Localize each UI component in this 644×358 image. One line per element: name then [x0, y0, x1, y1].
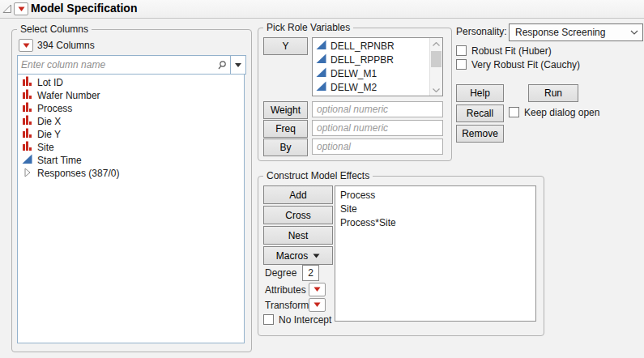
continuous-column-icon [316, 53, 326, 66]
cross-button[interactable]: Cross [263, 206, 333, 224]
weight-input[interactable] [313, 102, 442, 117]
column-search-input[interactable] [18, 59, 214, 70]
columns-red-triangle-button[interactable] [19, 39, 33, 52]
continuous-column-icon [316, 67, 326, 80]
y-variables-list: DELL_RPNBR DELL_RPPBR DELW_M1 DELW_M2 [312, 37, 443, 96]
help-button[interactable]: Help [456, 84, 504, 102]
dropdown-triangle-icon [313, 254, 320, 258]
select-columns-legend: Select Columns [17, 23, 92, 35]
outline-title-bar: Model Specification [0, 0, 644, 19]
outline-disclosure-icon[interactable] [2, 4, 12, 14]
pick-role-variables-legend: Pick Role Variables [263, 22, 353, 33]
column-list-item[interactable]: Start Time [18, 154, 244, 167]
no-intercept-label: No Intercept [279, 314, 331, 326]
personality-dropdown[interactable]: Response Screening [509, 23, 643, 41]
effect-item[interactable]: Process [335, 188, 535, 202]
continuous-column-icon [316, 40, 326, 53]
personality-value: Response Screening [510, 27, 626, 38]
y-list-item[interactable]: DELW_M1 [313, 66, 442, 80]
degree-input[interactable]: 2 [302, 265, 319, 281]
y-list-item[interactable]: DELL_RPNBR [313, 39, 442, 53]
pick-role-variables-panel: Pick Role Variables Y DELL_RPNBR DELL_RP… [258, 28, 452, 161]
transform-label: Transform [265, 300, 309, 311]
continuous-column-icon [316, 81, 326, 94]
column-search-box [17, 55, 246, 75]
chevron-down-icon [235, 63, 241, 67]
robust-fit-label: Robust Fit (Huber) [471, 45, 552, 57]
freq-role-button[interactable]: Freq [263, 120, 308, 138]
model-effects-list: Process Site Process*Site [335, 185, 536, 322]
nominal-column-icon [22, 115, 32, 128]
column-list-item[interactable]: Lot ID [18, 76, 244, 89]
page-title: Model Specification [31, 2, 137, 15]
construct-model-effects-panel: Construct Model Effects Add Cross Nest M… [258, 176, 544, 336]
nominal-column-icon [22, 89, 32, 102]
nominal-column-icon [22, 128, 32, 141]
select-columns-panel: Select Columns 394 Columns Lot ID Wafer … [11, 29, 252, 352]
attributes-red-triangle-button[interactable] [309, 283, 326, 296]
model-specification-dialog: { "header": { "title": "Model Specificat… [0, 0, 644, 358]
scroll-up-icon[interactable] [430, 38, 442, 49]
scrollbar-thumb[interactable] [431, 51, 441, 67]
disclosure-triangle-icon[interactable] [22, 167, 32, 180]
nominal-column-icon [22, 102, 32, 115]
recall-button[interactable]: Recall [456, 104, 504, 122]
by-field-box [312, 139, 443, 155]
y-list-scrollbar[interactable] [429, 38, 442, 96]
weight-role-button[interactable]: Weight [263, 101, 308, 119]
effect-item[interactable]: Process*Site [335, 215, 535, 229]
freq-field-box [312, 120, 443, 136]
column-list-item[interactable]: Die Y [18, 128, 244, 141]
column-list-item[interactable]: Die X [18, 115, 244, 128]
very-robust-fit-checkbox[interactable] [456, 59, 467, 70]
column-list-item[interactable]: Wafer Number [18, 89, 244, 102]
very-robust-fit-label: Very Robust Fit (Cauchy) [471, 59, 580, 70]
freq-input[interactable] [313, 121, 442, 135]
column-list-item[interactable]: Responses (387/0) [18, 167, 244, 180]
y-list-item[interactable]: DELW_M2 [313, 80, 442, 94]
nominal-column-icon [22, 76, 32, 89]
column-list-item[interactable]: Process [18, 102, 244, 115]
add-button[interactable]: Add [263, 185, 333, 204]
column-list: Lot ID Wafer Number Process Die X Die Y … [17, 74, 245, 343]
red-triangle-icon [23, 43, 30, 49]
degree-label: Degree [265, 267, 296, 279]
keep-dialog-open-label: Keep dialog open [524, 107, 599, 118]
search-icon[interactable] [214, 60, 230, 70]
columns-count-label: 394 Columns [37, 40, 95, 51]
attributes-label: Attributes [265, 284, 306, 296]
column-list-item[interactable]: Site [18, 141, 244, 154]
weight-field-box [312, 101, 443, 117]
nest-button[interactable]: Nest [263, 226, 333, 245]
transform-red-triangle-button[interactable] [309, 298, 326, 312]
chevron-down-icon [626, 30, 642, 35]
red-triangle-icon [18, 6, 25, 12]
y-role-button[interactable]: Y [263, 37, 308, 55]
by-role-button[interactable]: By [263, 139, 308, 156]
red-triangle-icon [313, 302, 321, 308]
red-triangle-menu-button[interactable] [14, 2, 28, 15]
construct-model-effects-legend: Construct Model Effects [263, 170, 373, 181]
keep-dialog-open-checkbox[interactable] [509, 107, 519, 117]
remove-button[interactable]: Remove [456, 125, 504, 143]
red-triangle-icon [313, 287, 321, 292]
run-button[interactable]: Run [528, 84, 578, 102]
search-options-dropdown[interactable] [230, 56, 245, 74]
nominal-column-icon [22, 141, 32, 154]
y-list-item[interactable]: DELL_RPPBR [313, 53, 442, 66]
effect-item[interactable]: Site [335, 202, 535, 215]
continuous-column-icon [22, 154, 32, 167]
macros-button[interactable]: Macros [263, 246, 333, 265]
personality-label: Personality: [456, 26, 507, 37]
scroll-down-icon[interactable] [430, 84, 442, 96]
by-input[interactable] [313, 139, 442, 154]
robust-fit-checkbox[interactable] [456, 45, 467, 56]
no-intercept-checkbox[interactable] [263, 314, 274, 325]
